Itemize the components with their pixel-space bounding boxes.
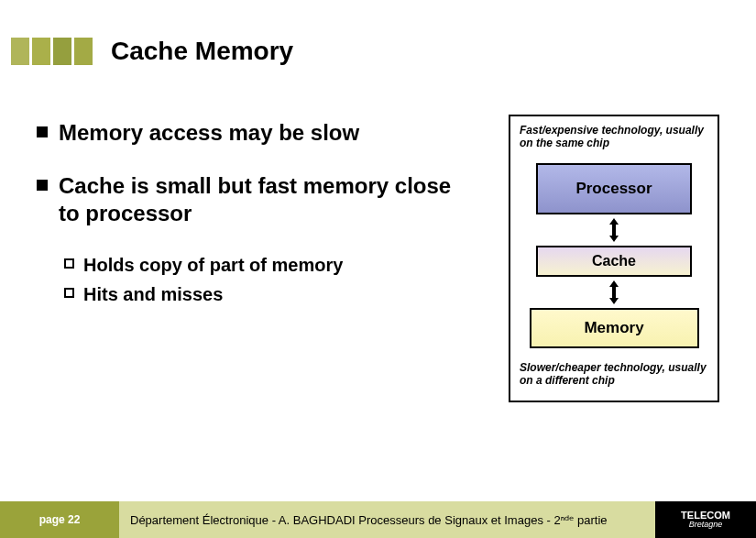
- slide-title: Cache Memory: [111, 37, 293, 66]
- svg-marker-0: [609, 218, 619, 242]
- double-arrow-icon: [608, 218, 620, 242]
- bullet-square-icon: [37, 180, 48, 191]
- bullet-item: Cache is small but fast memory close to …: [37, 172, 477, 227]
- sub-bullets: Holds copy of part of memory Hits and mi…: [64, 253, 477, 306]
- content-area: Memory access may be slow Cache is small…: [37, 119, 477, 312]
- bullet-hollow-square-icon: [64, 288, 74, 298]
- logo-icon: [11, 38, 93, 65]
- footer-text: Département Électronique - A. BAGHDADI P…: [119, 501, 655, 538]
- memory-box: Memory: [530, 308, 699, 348]
- title-row: Cache Memory: [0, 37, 293, 66]
- bullet-square-icon: [37, 126, 48, 137]
- svg-marker-1: [609, 280, 619, 304]
- sub-bullet-text: Hits and misses: [83, 282, 223, 306]
- brand-bottom: Bretagne: [689, 521, 723, 529]
- diagram-note-bottom: Slower/cheaper technology, usually on a …: [520, 361, 708, 388]
- cache-box: Cache: [536, 246, 692, 277]
- processor-box: Processor: [536, 163, 692, 214]
- page-number: page 22: [0, 501, 119, 538]
- sub-bullet-item: Hits and misses: [64, 282, 477, 306]
- bullet-hollow-square-icon: [64, 258, 74, 269]
- diagram-note-top: Fast/expensive technology, usually on th…: [520, 124, 708, 150]
- footer: page 22 Département Électronique - A. BA…: [0, 501, 756, 538]
- bullet-text: Memory access may be slow: [59, 119, 359, 147]
- slide: Cache Memory Memory access may be slow C…: [0, 0, 756, 538]
- double-arrow-icon: [608, 280, 620, 304]
- bullet-text: Cache is small but fast memory close to …: [59, 172, 477, 227]
- brand-logo: TELECOM Bretagne: [655, 501, 756, 538]
- memory-hierarchy-diagram: Fast/expensive technology, usually on th…: [509, 115, 719, 402]
- sub-bullet-item: Holds copy of part of memory: [64, 253, 477, 277]
- bullet-item: Memory access may be slow: [37, 119, 477, 147]
- sub-bullet-text: Holds copy of part of memory: [83, 253, 343, 277]
